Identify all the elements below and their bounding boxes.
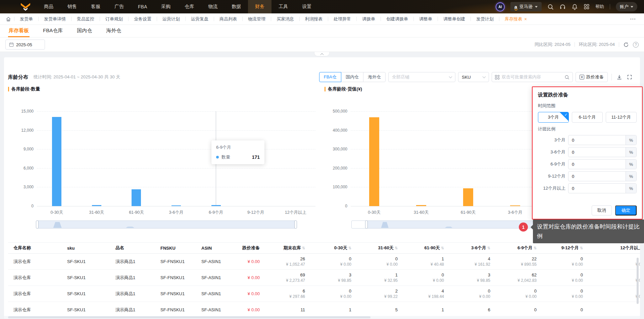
table-row[interactable]: 演示仓库SF-SKU1演示商品1SF-FNSKU1SF-ASIN1¥ 0.002… — [8, 254, 640, 270]
download-icon[interactable] — [615, 74, 623, 80]
tab-item[interactable]: 订单规划 — [100, 13, 128, 25]
topnav-item[interactable]: 工具 — [271, 0, 295, 13]
apps-grid-icon[interactable] — [584, 4, 590, 10]
subnav-item[interactable]: 海外仓 — [105, 25, 122, 37]
tab-item[interactable]: 物流管理 — [243, 13, 271, 25]
topnav-item[interactable]: 设置 — [295, 0, 318, 13]
subnav-item[interactable]: 库存看板 — [8, 25, 30, 37]
rate-input[interactable]: 0% — [568, 183, 637, 193]
bar[interactable] — [369, 117, 379, 206]
column-header[interactable]: FNSKU — [155, 246, 196, 251]
bar[interactable] — [92, 205, 101, 206]
bar[interactable] — [132, 189, 141, 206]
shop-select[interactable]: 全部店铺 — [388, 72, 455, 82]
subnav-item[interactable]: 国内仓 — [76, 25, 93, 37]
tab-item[interactable]: 买家消息 — [271, 13, 299, 25]
column-header[interactable]: 12个月以上⇅ — [588, 245, 640, 251]
tab-item[interactable]: 库存报表× — [499, 13, 532, 25]
subnav-item[interactable]: FBA仓库 — [42, 25, 63, 37]
confirm-button[interactable]: 确定 — [615, 205, 637, 215]
rate-input[interactable]: 0% — [568, 159, 637, 169]
bar[interactable] — [171, 205, 181, 206]
rate-input[interactable]: 0% — [568, 171, 637, 181]
provision-settings-button[interactable]: ¥ 跌价准备 — [576, 72, 608, 82]
slider-handle[interactable] — [294, 220, 297, 229]
more-tabs-button[interactable]: ⋯ — [625, 15, 641, 22]
fullscreen-icon[interactable] — [626, 74, 633, 80]
rate-input[interactable]: 0% — [568, 147, 637, 157]
bar[interactable] — [211, 205, 221, 206]
topnav-item[interactable]: 仓库 — [178, 0, 201, 13]
sort-icon[interactable]: ⇅ — [441, 246, 444, 250]
range-option-button[interactable]: 6-11个月 — [572, 112, 603, 123]
tab-item[interactable]: 创建调拨单 — [381, 13, 413, 25]
topnav-item[interactable]: 销售 — [60, 0, 84, 13]
search-icon[interactable] — [547, 4, 554, 10]
column-header[interactable]: ASIN — [196, 246, 236, 251]
tab-item[interactable]: 发货单详情 — [39, 13, 71, 25]
bar[interactable] — [416, 205, 426, 206]
column-header[interactable]: 6-9个月⇅ — [496, 245, 542, 251]
column-header[interactable]: 跌价准备 — [236, 245, 265, 251]
tab-item[interactable]: 调整单 — [414, 13, 438, 25]
slider-handle[interactable] — [36, 220, 39, 229]
warehouse-tab[interactable]: 国内仓 — [341, 72, 363, 82]
horizontal-scrollbar[interactable] — [4, 316, 640, 319]
column-header[interactable]: 61-90天⇅ — [403, 245, 449, 251]
range-option-button[interactable]: 11-12个月 — [606, 112, 637, 123]
column-header[interactable]: 31-60天⇅ — [357, 245, 403, 251]
column-header[interactable]: 品名 — [110, 245, 155, 251]
tab-item[interactable]: 业务设置 — [129, 13, 157, 25]
slider-handle[interactable] — [365, 220, 368, 229]
sort-icon[interactable]: ⇅ — [348, 246, 351, 250]
sort-icon[interactable]: ⇅ — [580, 246, 583, 250]
range-option-button[interactable]: 3个月✓ — [538, 112, 569, 123]
collapse-panel-handle[interactable] — [314, 52, 330, 56]
help-link[interactable]: 帮助 — [595, 4, 604, 10]
column-header[interactable]: 0-30天⇅ — [310, 245, 357, 251]
bar[interactable] — [463, 188, 473, 206]
topnav-item[interactable]: 客服 — [84, 0, 107, 13]
rate-input[interactable]: 0% — [568, 135, 637, 145]
sort-icon[interactable]: ⇅ — [487, 246, 490, 250]
marketplace-selector[interactable]: a 亚马逊 — [510, 2, 542, 11]
column-header[interactable]: 期末在库⇅ — [265, 245, 310, 251]
app-logo-icon[interactable] — [19, 2, 32, 11]
column-header[interactable]: 3-6个月⇅ — [449, 245, 496, 251]
table-row[interactable]: 演示仓库SF-SKU1演示商品1SF-FNSKU1SF-ASIN1¥ 0.006… — [8, 270, 640, 286]
tab-item[interactable]: 利润报表 — [300, 13, 328, 25]
tab-item[interactable]: 发货计划 — [471, 13, 499, 25]
warehouse-tab[interactable]: FBA仓 — [319, 72, 341, 82]
table-row[interactable]: 演示仓库SF-SKU1演示商品1SF-FNSKU1SF-ASIN1¥ 0.001… — [8, 302, 640, 318]
bar[interactable] — [52, 117, 61, 206]
column-header[interactable]: 仓库名称 — [8, 245, 62, 251]
topnav-item[interactable]: 采购 — [154, 0, 178, 13]
topnav-item[interactable]: FBA — [131, 0, 154, 13]
sort-icon[interactable]: ⇅ — [395, 246, 398, 250]
help-circle-icon[interactable]: ? — [633, 42, 639, 48]
column-header[interactable]: 9-12个月⇅ — [542, 245, 588, 251]
tab-item[interactable]: 调整单创建 — [438, 13, 470, 25]
account-menu[interactable]: 账户 — [616, 2, 637, 11]
sku-select[interactable]: SKU — [458, 72, 489, 82]
topnav-item[interactable]: 广告 — [107, 0, 131, 13]
quantity-chart-datazoom-slider[interactable] — [37, 220, 296, 229]
tab-item[interactable]: 运营计划 — [157, 13, 185, 25]
home-icon[interactable] — [3, 16, 14, 22]
notification-bell-icon[interactable] — [572, 4, 578, 10]
tab-item[interactable]: 处理异常 — [328, 13, 356, 25]
sort-icon[interactable]: ⇅ — [534, 246, 537, 250]
search-input[interactable]: 双击可批量搜索内容 — [492, 72, 573, 82]
bar[interactable] — [510, 205, 520, 206]
scrollbar-thumb[interactable] — [8, 316, 370, 318]
tab-item[interactable]: 发货单 — [14, 13, 38, 25]
month-picker[interactable]: 2025-05 — [5, 40, 45, 50]
topnav-item[interactable]: 物流 — [201, 0, 225, 13]
vertical-scrollbar[interactable] — [637, 258, 639, 304]
refresh-icon[interactable] — [623, 42, 629, 48]
tab-item[interactable]: 竞品监控 — [71, 13, 100, 25]
tab-item[interactable]: 调拨单 — [357, 13, 381, 25]
column-header[interactable]: sku — [62, 246, 110, 251]
warehouse-tab[interactable]: 海外仓 — [363, 72, 386, 82]
headset-icon[interactable] — [559, 4, 566, 10]
